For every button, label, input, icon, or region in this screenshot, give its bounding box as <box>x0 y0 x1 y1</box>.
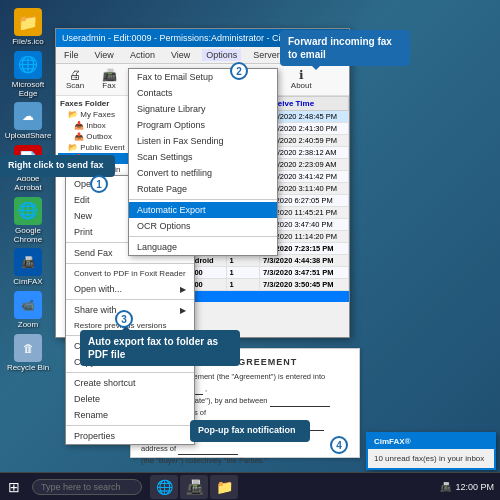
menu-server[interactable]: Server <box>249 49 284 61</box>
menu-scan-settings[interactable]: Scan Settings <box>129 149 277 165</box>
callout-right-click: Right click to send fax <box>0 155 115 177</box>
desktop: 📁 File/s.ico 🌐 Microsoft Edge ☁ UploadSh… <box>0 0 500 500</box>
taskbar: ⊞ 🌐 📠 📁 📠 12:00 PM <box>0 472 500 500</box>
toolbar-scan[interactable]: 🖨 Scan <box>60 66 90 93</box>
popup-header: CimFAX® <box>368 434 494 449</box>
desktop-icons: 📁 File/s.ico 🌐 Microsoft Edge ☁ UploadSh… <box>4 8 52 373</box>
ctx-properties[interactable]: Properties <box>66 428 194 444</box>
menu-file[interactable]: File <box>60 49 83 61</box>
taskbar-tray: 📠 12:00 PM <box>434 482 500 492</box>
ctx-open-with[interactable]: Open with... <box>66 281 194 297</box>
about-icon: ℹ <box>299 69 304 81</box>
badge-1: 1 <box>90 175 108 193</box>
badge-4: 4 <box>330 436 348 454</box>
callout-popup-notification: Pop-up fax notification <box>190 420 310 442</box>
callout2-text: Forward incoming fax to email <box>288 36 392 60</box>
callout1-text: Right click to send fax <box>8 160 104 170</box>
popup-body: 10 unread fax(es) in your inbox <box>368 449 494 468</box>
menu-ocr[interactable]: OCR Options <box>129 218 277 234</box>
callout-forward-email: Forward incoming fax to email <box>280 30 410 66</box>
taskbar-apps: 🌐 📠 📁 <box>146 475 434 499</box>
scan-icon: 🖨 <box>69 69 81 81</box>
callout4-text: Pop-up fax notification <box>198 425 296 435</box>
popup-message: 10 unread fax(es) in your inbox <box>374 454 484 463</box>
callout-auto-export: Auto export fax to folder as PDF file <box>80 330 240 366</box>
toolbar-fax[interactable]: 📠 Fax <box>94 66 124 93</box>
menu-options[interactable]: Options <box>202 49 241 61</box>
ctx-sep2 <box>66 263 194 264</box>
taskbar-folder[interactable]: 📁 <box>210 475 238 499</box>
desktop-icon-recycle[interactable]: 🗑 Recycle Bin <box>4 334 52 373</box>
desktop-icon-fax[interactable]: 📠 CimFAX <box>4 248 52 287</box>
ctx-sep5 <box>66 372 194 373</box>
menu-fax-email[interactable]: Fax to Email Setup <box>129 69 277 85</box>
ctx-shortcut[interactable]: Create shortcut <box>66 375 194 391</box>
menu-view2[interactable]: View <box>167 49 194 61</box>
menu-action[interactable]: Action <box>126 49 159 61</box>
fax-logo: CimFAX® <box>374 437 411 446</box>
menu-auto-export[interactable]: Automatic Export <box>129 202 277 218</box>
ctx-sep3 <box>66 299 194 300</box>
ctx-delete[interactable]: Delete <box>66 391 194 407</box>
fax-notification-popup[interactable]: CimFAX® 10 unread fax(es) in your inbox <box>366 432 496 470</box>
menu-contacts[interactable]: Contacts <box>129 85 277 101</box>
badge-2: 2 <box>230 62 248 80</box>
menu-view[interactable]: View <box>91 49 118 61</box>
menu-separator2 <box>129 236 277 237</box>
clock: 12:00 PM <box>455 482 494 492</box>
desktop-icon-upload[interactable]: ☁ UploadShare <box>4 102 52 141</box>
menu-separator1 <box>129 199 277 200</box>
menu-rotate[interactable]: Rotate Page <box>129 181 277 197</box>
menu-language[interactable]: Language <box>129 239 277 255</box>
desktop-icon-chrome[interactable]: 🌐 Google Chrome <box>4 197 52 245</box>
menu-signature[interactable]: Signature Library <box>129 101 277 117</box>
menu-program-options[interactable]: Program Options <box>129 117 277 133</box>
start-button[interactable]: ⊞ <box>0 473 28 501</box>
menu-convert-net[interactable]: Convert to netfiling <box>129 165 277 181</box>
taskbar-fax-app[interactable]: 📠 <box>180 475 208 499</box>
desktop-icon-zoom[interactable]: 📹 Zoom <box>4 291 52 330</box>
taskbar-edge[interactable]: 🌐 <box>150 475 178 499</box>
fax-btn-icon: 📠 <box>102 69 117 81</box>
callout3-text: Auto export fax to folder as PDF file <box>88 336 218 360</box>
desktop-icon-edge[interactable]: 🌐 Microsoft Edge <box>4 51 52 99</box>
ctx-rename[interactable]: Rename <box>66 407 194 423</box>
ctx-convert-pdf[interactable]: Convert to PDF in Foxit Reader <box>66 266 194 281</box>
tray-fax-icon[interactable]: 📠 <box>440 482 451 492</box>
menu-listen-fax[interactable]: Listen in Fax Sending <box>129 133 277 149</box>
window-title: Useradmin - Edit:0009 - Permissions:Admi… <box>62 33 303 43</box>
ctx-sep6 <box>66 425 194 426</box>
tools-dropdown-menu: Fax to Email Setup Contacts Signature Li… <box>128 68 278 256</box>
badge-3: 3 <box>115 310 133 328</box>
desktop-icon-files[interactable]: 📁 File/s.ico <box>4 8 52 47</box>
search-input[interactable] <box>32 479 142 495</box>
